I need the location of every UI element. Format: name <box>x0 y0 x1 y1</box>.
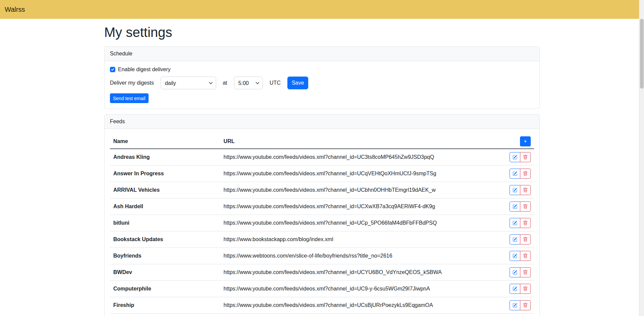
trash-icon <box>523 237 528 242</box>
table-row: Ash Hardell https://www.youtube.com/feed… <box>110 198 534 215</box>
table-row: Go Time https://changelog.com/gotime/fee… <box>110 314 534 316</box>
pencil-square-icon <box>513 237 517 242</box>
table-row: Computerphile https://www.youtube.com/fe… <box>110 281 534 297</box>
feed-url: https://www.webtoons.com/en/slice-of-lif… <box>220 248 504 264</box>
pencil-square-icon <box>513 254 517 258</box>
scrollbar[interactable] <box>639 0 644 316</box>
feed-name: Computerphile <box>110 281 220 297</box>
table-row: BWDev https://www.youtube.com/feeds/vide… <box>110 264 534 281</box>
time-select[interactable]: 5:00 <box>234 77 263 89</box>
feeds-table-body: Andreas Kling https://www.youtube.com/fe… <box>110 149 534 316</box>
edit-feed-button[interactable] <box>510 152 520 162</box>
enable-digest-label[interactable]: Enable digest delivery <box>118 66 171 73</box>
trash-icon <box>523 155 528 160</box>
feed-url: https://www.youtube.com/feeds/videos.xml… <box>220 198 504 215</box>
feeds-card-header: Feeds <box>105 115 539 129</box>
trash-icon <box>523 270 528 275</box>
edit-feed-button[interactable] <box>510 201 520 212</box>
feed-url: https://www.youtube.com/feeds/videos.xml… <box>220 297 504 314</box>
delete-feed-button[interactable] <box>520 267 531 277</box>
feed-actions <box>510 284 531 294</box>
delete-feed-button[interactable] <box>520 201 531 212</box>
feed-name: Andreas Kling <box>110 149 220 166</box>
frequency-select-wrap: daily <box>161 77 216 89</box>
table-row: Fireship https://www.youtube.com/feeds/v… <box>110 297 534 314</box>
table-row: bitluni https://www.youtube.com/feeds/vi… <box>110 215 534 231</box>
page-title: My settings <box>104 24 540 40</box>
feed-actions <box>510 267 531 277</box>
delete-feed-button[interactable] <box>520 251 531 261</box>
edit-feed-button[interactable] <box>510 218 520 228</box>
pencil-square-icon <box>513 286 517 291</box>
schedule-card-body: Enable digest delivery Deliver my digest… <box>105 61 539 108</box>
edit-feed-button[interactable] <box>510 284 520 294</box>
checkmark-icon <box>111 67 115 72</box>
table-row: ARRIVAL Vehicles https://www.youtube.com… <box>110 182 534 198</box>
trash-icon <box>523 221 528 225</box>
edit-feed-button[interactable] <box>510 234 520 244</box>
feed-url: https://www.youtube.com/feeds/videos.xml… <box>220 182 504 198</box>
feed-url: https://www.youtube.com/feeds/videos.xml… <box>220 264 504 281</box>
pencil-square-icon <box>513 155 517 160</box>
feeds-table-head: Name URL + <box>110 134 534 149</box>
scrollbar-thumb[interactable] <box>640 19 644 89</box>
trash-icon <box>523 303 528 308</box>
navbar-brand[interactable]: Walrss <box>5 6 25 13</box>
feed-url: https://www.bookstackapp.com/blog/index.… <box>220 231 504 248</box>
send-test-email-button[interactable]: Send test email <box>110 93 149 103</box>
feed-name: BWDev <box>110 264 220 281</box>
delete-feed-button[interactable] <box>520 218 531 228</box>
delete-feed-button[interactable] <box>520 234 531 244</box>
feed-name: bitluni <box>110 215 220 231</box>
feed-actions <box>510 152 531 162</box>
edit-feed-button[interactable] <box>510 267 520 277</box>
edit-feed-button[interactable] <box>510 300 520 310</box>
column-header-url: URL <box>220 134 504 149</box>
feed-name: ARRIVAL Vehicles <box>110 182 220 198</box>
delete-feed-button[interactable] <box>520 185 531 195</box>
feed-actions <box>510 201 531 212</box>
edit-feed-button[interactable] <box>510 251 520 261</box>
pencil-square-icon <box>513 204 517 209</box>
navbar: Walrss <box>0 0 644 19</box>
table-row: Boyfriends https://www.webtoons.com/en/s… <box>110 248 534 264</box>
timezone-label: UTC <box>270 80 281 86</box>
deliver-label: Deliver my digests <box>110 80 154 86</box>
pencil-square-icon <box>513 221 517 225</box>
trash-icon <box>523 254 528 258</box>
enable-digest-checkbox[interactable] <box>110 67 115 72</box>
feed-name: Go Time <box>110 314 220 316</box>
feed-url: https://www.youtube.com/feeds/videos.xml… <box>220 166 504 182</box>
trash-icon <box>523 204 528 209</box>
delete-feed-button[interactable] <box>520 284 531 294</box>
edit-feed-button[interactable] <box>510 169 520 179</box>
feed-actions <box>510 218 531 228</box>
table-row: Andreas Kling https://www.youtube.com/fe… <box>110 149 534 166</box>
schedule-card-header: Schedule <box>105 47 539 61</box>
frequency-select[interactable]: daily <box>161 77 216 89</box>
feed-url: https://changelog.com/gotime/feed <box>220 314 504 316</box>
time-select-wrap: 5:00 <box>234 77 263 89</box>
enable-digest-row: Enable digest delivery <box>110 66 534 73</box>
add-feed-button[interactable]: + <box>520 136 531 146</box>
feed-actions <box>510 300 531 310</box>
delete-feed-button[interactable] <box>520 152 531 162</box>
table-row: Bookstack Updates https://www.bookstacka… <box>110 231 534 248</box>
trash-icon <box>523 171 528 176</box>
trash-icon <box>523 188 528 192</box>
feeds-card: Feeds Name URL + Andreas Kling <box>104 114 540 316</box>
feed-url: https://www.youtube.com/feeds/videos.xml… <box>220 281 504 297</box>
digest-schedule-row: Deliver my digests daily at 5:00 <box>110 77 534 89</box>
schedule-card: Schedule Enable digest delivery Deliver … <box>104 46 540 109</box>
main-container: My settings Schedule Enable digest deliv… <box>100 24 544 316</box>
pencil-square-icon <box>513 171 517 176</box>
edit-feed-button[interactable] <box>510 185 520 195</box>
feed-actions <box>510 251 531 261</box>
delete-feed-button[interactable] <box>520 300 531 310</box>
feed-url: https://www.youtube.com/feeds/videos.xml… <box>220 215 504 231</box>
at-label: at <box>223 80 227 86</box>
save-button[interactable]: Save <box>287 77 308 89</box>
pencil-square-icon <box>513 303 517 308</box>
delete-feed-button[interactable] <box>520 169 531 179</box>
pencil-square-icon <box>513 270 517 275</box>
